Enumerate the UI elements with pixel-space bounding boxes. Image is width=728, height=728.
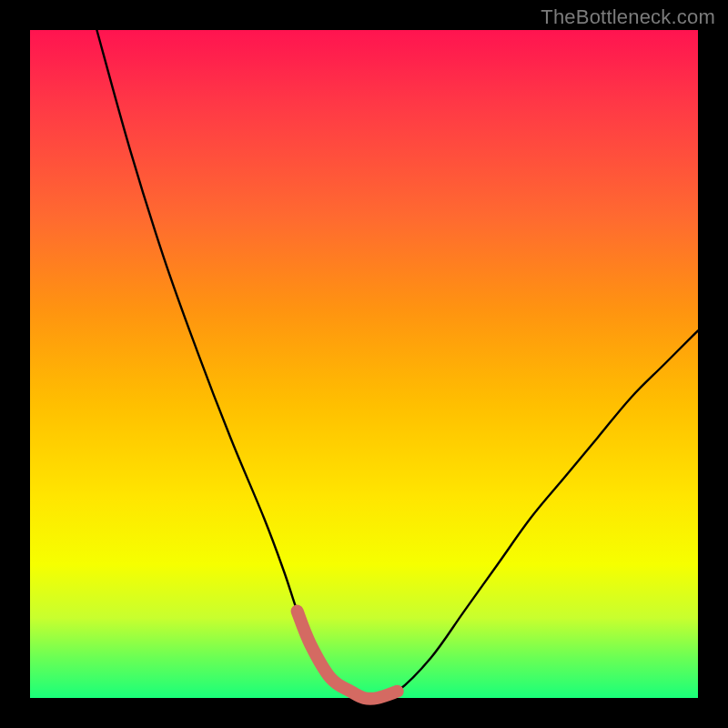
curve-layer bbox=[30, 30, 698, 698]
chart-frame: TheBottleneck.com bbox=[0, 0, 728, 728]
bottleneck-curve bbox=[96, 30, 698, 699]
plot-area bbox=[30, 30, 698, 698]
recommended-range-highlight bbox=[298, 612, 398, 699]
watermark-text: TheBottleneck.com bbox=[541, 5, 715, 29]
